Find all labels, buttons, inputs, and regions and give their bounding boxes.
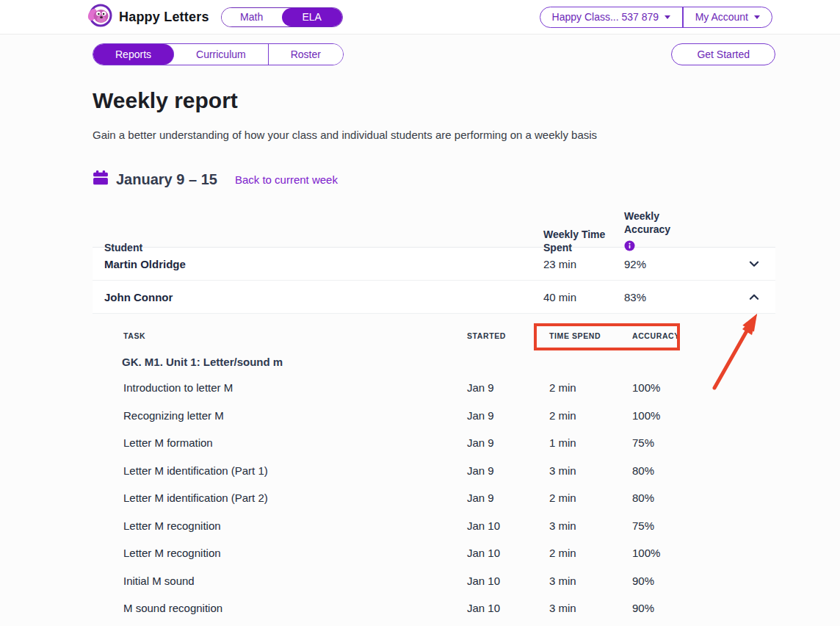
subject-toggle: Math ELA bbox=[221, 7, 343, 27]
week-row: January 9 – 15 Back to current week bbox=[93, 170, 775, 189]
weekly-report-page: Happy Letters Math ELA Happy Class... 53… bbox=[0, 0, 840, 626]
task-accuracy: 100% bbox=[632, 409, 775, 422]
task-name: Letter M recognition bbox=[123, 547, 467, 559]
expanded-task-detail: TASK STARTED TIME SPEND ACCURACY GK. M1.… bbox=[123, 314, 775, 622]
task-accuracy: 80% bbox=[632, 464, 775, 477]
my-account-menu[interactable]: My Account bbox=[684, 7, 772, 27]
task-started: Jan 10 bbox=[467, 602, 549, 614]
task-name: Letter M identification (Part 2) bbox=[123, 492, 467, 504]
back-to-current-week-link[interactable]: Back to current week bbox=[235, 173, 338, 186]
task-accuracy: 100% bbox=[632, 381, 775, 394]
caret-down-icon bbox=[665, 15, 670, 19]
task-started: Jan 9 bbox=[467, 409, 549, 422]
task-name: Introduction to letter M bbox=[123, 381, 467, 394]
tab-ela-label: ELA bbox=[302, 11, 321, 23]
task-started: Jan 9 bbox=[467, 436, 549, 449]
task-name: Letter M recognition bbox=[123, 519, 467, 532]
page-title: Weekly report bbox=[93, 87, 775, 114]
task-row: Recognizing letter M Jan 9 2 min 100% bbox=[123, 402, 775, 430]
col-weekly-time-spent: Weekly Time Spent bbox=[543, 228, 624, 254]
task-row: Letter M identification (Part 1) Jan 9 3… bbox=[123, 457, 775, 485]
col-weekly-accuracy: Weekly Accuracy bbox=[624, 209, 747, 254]
chevron-down-icon[interactable] bbox=[747, 257, 764, 270]
student-name: Martin Oldridge bbox=[104, 258, 543, 270]
task-started: Jan 10 bbox=[467, 547, 549, 559]
tab-roster-label: Roster bbox=[291, 48, 321, 60]
task-time: 3 min bbox=[549, 602, 632, 614]
annotation-highlight-box bbox=[534, 323, 680, 350]
tab-ela[interactable]: ELA bbox=[282, 8, 342, 26]
info-icon[interactable] bbox=[624, 240, 635, 254]
student-time: 40 min bbox=[543, 291, 624, 303]
task-started: Jan 9 bbox=[467, 464, 549, 477]
task-row: Letter M formation Jan 9 1 min 75% bbox=[123, 429, 775, 457]
task-accuracy: 80% bbox=[632, 492, 775, 504]
calendar-icon bbox=[93, 170, 109, 189]
student-accuracy: 83% bbox=[624, 291, 747, 303]
task-time: 3 min bbox=[549, 575, 632, 587]
student-name: John Connor bbox=[104, 291, 543, 303]
section-tabs: Reports Curriculum Roster bbox=[93, 43, 344, 65]
task-name: Recognizing letter M bbox=[123, 409, 467, 422]
nav-row: Reports Curriculum Roster Get Started bbox=[93, 43, 775, 65]
task-started: Jan 9 bbox=[467, 492, 549, 504]
tab-reports-label: Reports bbox=[115, 48, 151, 60]
student-accuracy: 92% bbox=[624, 258, 747, 270]
col-student: Student bbox=[104, 241, 543, 254]
task-started: Jan 9 bbox=[467, 381, 549, 394]
class-selector[interactable]: Happy Class... 537 879 bbox=[540, 7, 683, 27]
task-time: 1 min bbox=[549, 436, 632, 449]
tab-roster[interactable]: Roster bbox=[269, 44, 343, 65]
table-row-john-connor[interactable]: John Connor 40 min 83% bbox=[93, 281, 775, 314]
happy-letters-logo-icon bbox=[87, 3, 113, 31]
task-row: Letter M recognition Jan 10 2 min 100% bbox=[123, 539, 775, 567]
task-time: 2 min bbox=[549, 381, 632, 394]
task-row: Introduction to letter M Jan 9 2 min 100… bbox=[123, 374, 775, 402]
tab-math-label: Math bbox=[240, 11, 263, 23]
student-rows: Martin Oldridge 23 min 92% John Connor 4… bbox=[93, 248, 775, 314]
task-accuracy: 90% bbox=[632, 575, 775, 587]
account-pill: Happy Class... 537 879 My Account bbox=[540, 7, 772, 28]
task-time: 3 min bbox=[549, 519, 632, 532]
task-time: 2 min bbox=[549, 547, 632, 559]
task-row: M sound recognition Jan 10 3 min 90% bbox=[123, 594, 775, 622]
report-table-header: Student Weekly Time Spent Weekly Accurac… bbox=[93, 209, 775, 248]
task-accuracy: 100% bbox=[632, 547, 775, 559]
unit-group-header: GK. M1. Unit 1: Letter/sound m bbox=[122, 349, 775, 374]
brand-name: Happy Letters bbox=[119, 10, 209, 25]
task-time: 2 min bbox=[549, 492, 632, 504]
week-label: January 9 – 15 bbox=[116, 171, 217, 188]
task-accuracy: 90% bbox=[632, 602, 775, 614]
task-row: Letter M identification (Part 2) Jan 9 2… bbox=[123, 484, 775, 512]
my-account-label: My Account bbox=[695, 11, 748, 23]
get-started-button[interactable]: Get Started bbox=[671, 43, 775, 65]
task-row: Initial M sound Jan 10 3 min 90% bbox=[123, 567, 775, 595]
task-accuracy: 75% bbox=[632, 519, 775, 532]
tab-math[interactable]: Math bbox=[222, 8, 282, 26]
task-name: Letter M formation bbox=[123, 436, 467, 449]
brand: Happy Letters bbox=[87, 3, 209, 31]
task-name: Letter M identification (Part 1) bbox=[123, 464, 467, 477]
task-name: M sound recognition bbox=[123, 602, 467, 614]
task-started: Jan 10 bbox=[467, 519, 549, 532]
class-selector-label: Happy Class... 537 879 bbox=[552, 11, 659, 23]
student-time: 23 min bbox=[543, 258, 624, 270]
task-time: 3 min bbox=[549, 464, 632, 477]
tab-reports[interactable]: Reports bbox=[93, 44, 174, 65]
page-subtitle: Gain a better understanding of how your … bbox=[93, 127, 775, 143]
col-task: TASK bbox=[123, 331, 467, 340]
task-row: Letter M recognition Jan 10 3 min 75% bbox=[123, 512, 775, 540]
task-accuracy: 75% bbox=[632, 436, 775, 449]
tab-curriculum-label: Curriculum bbox=[196, 48, 246, 60]
task-time: 2 min bbox=[549, 409, 632, 422]
caret-down-icon bbox=[754, 15, 760, 19]
task-name: Initial M sound bbox=[123, 575, 467, 587]
tab-curriculum[interactable]: Curriculum bbox=[174, 44, 269, 65]
task-started: Jan 10 bbox=[467, 575, 549, 587]
chevron-up-icon[interactable] bbox=[747, 290, 764, 303]
top-bar: Happy Letters Math ELA Happy Class... 53… bbox=[0, 0, 840, 35]
